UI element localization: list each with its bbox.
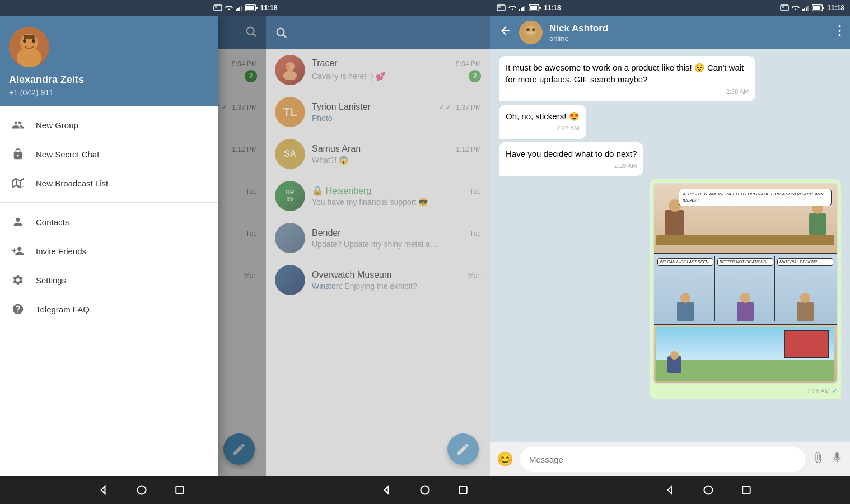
svg-point-24 xyxy=(32,39,35,43)
svg-rect-72 xyxy=(176,486,184,494)
svg-point-37 xyxy=(529,32,533,34)
drawer-item-new-broadcast[interactable]: New Broadcast List xyxy=(0,169,218,198)
settings-icon xyxy=(11,273,25,287)
svg-point-77 xyxy=(704,486,713,494)
svg-rect-69 xyxy=(823,7,824,9)
person-add-icon xyxy=(11,244,25,258)
back-nav-button-3[interactable] xyxy=(662,482,678,498)
back-nav-button-2[interactable] xyxy=(379,482,395,498)
drawer-menu: New Group New Secret Chat xyxy=(0,106,218,476)
attach-button[interactable] xyxy=(812,451,824,467)
svg-rect-44 xyxy=(215,6,217,8)
middle-header xyxy=(266,16,490,49)
svg-point-40 xyxy=(839,25,841,27)
svg-rect-45 xyxy=(236,9,237,11)
message-3-text: Have you decided what to do next? xyxy=(506,149,637,158)
group-icon xyxy=(11,118,25,132)
chat-list-panel: Telegram xyxy=(0,16,266,476)
svg-rect-64 xyxy=(804,8,805,11)
svg-rect-55 xyxy=(521,8,522,11)
new-secret-chat-label: New Secret Chat xyxy=(36,150,99,159)
svg-point-23 xyxy=(23,39,26,43)
message-check: ✓ xyxy=(832,386,838,396)
svg-point-42 xyxy=(839,34,841,36)
drawer-item-new-group[interactable]: New Group xyxy=(0,110,218,139)
drawer-item-settings[interactable]: Settings xyxy=(0,265,218,295)
svg-point-35 xyxy=(527,29,529,31)
comic-speech-1: ALRIGHT TEAM, WE NEED TO UPGRADE OUR AND… xyxy=(679,189,832,206)
navigation-drawer: Alexandra Zeits +1 (042) 911 New Group xyxy=(0,16,218,476)
mic-button[interactable] xyxy=(831,451,843,467)
message-3-time: 2:28 AM xyxy=(614,162,637,170)
battery-icon-2 xyxy=(529,4,541,11)
message-4-time: 2:28 AM xyxy=(807,387,830,395)
image-icon-2 xyxy=(497,4,506,11)
statusbar-section-3: 11:18 xyxy=(567,0,850,16)
svg-rect-60 xyxy=(539,7,541,9)
middle-chat-list: Tracer 5:54 PM Cavalry is here! ;) 💕 2 T… xyxy=(266,49,490,476)
faq-label: Telegram FAQ xyxy=(36,305,90,314)
nav-section-3 xyxy=(567,476,850,504)
broadcast-icon xyxy=(11,176,25,190)
svg-point-41 xyxy=(839,30,841,32)
signal-icon-2 xyxy=(519,4,526,11)
drawer-item-new-secret-chat[interactable]: New Secret Chat xyxy=(0,139,218,169)
new-group-label: New Group xyxy=(36,120,78,130)
signal-icon-3 xyxy=(802,4,809,11)
svg-point-22 xyxy=(17,48,41,67)
message-4-comic: ALRIGHT TEAM, WE NEED TO UPGRADE OUR AND… xyxy=(650,179,841,399)
emoji-button[interactable]: 😊 xyxy=(497,451,513,467)
back-button[interactable] xyxy=(499,24,512,41)
drawer-item-invite-friends[interactable]: Invite Friends xyxy=(0,236,218,265)
chat-header-info: Nick Ashford online xyxy=(549,23,832,43)
back-nav-button-1[interactable] xyxy=(96,482,111,498)
home-nav-button-1[interactable] xyxy=(134,482,150,498)
svg-rect-51 xyxy=(256,7,258,9)
drawer-divider xyxy=(0,202,218,203)
time-3: 11:18 xyxy=(827,4,844,12)
home-nav-button-3[interactable] xyxy=(700,482,716,498)
message-3: Have you decided what to do next? 2:28 A… xyxy=(499,142,643,176)
drawer-item-faq[interactable]: Telegram FAQ xyxy=(0,295,218,324)
message-1: It must be awesome to work on a product … xyxy=(499,56,755,101)
svg-rect-47 xyxy=(239,7,240,11)
chat-header-name: Nick Ashford xyxy=(549,23,832,34)
statusbar-section-1: 11:18 xyxy=(0,0,283,16)
more-options-button[interactable] xyxy=(838,25,841,40)
svg-rect-57 xyxy=(524,6,525,11)
home-nav-button-2[interactable] xyxy=(417,482,433,498)
middle-compose-button[interactable] xyxy=(447,433,479,465)
time-1: 11:18 xyxy=(260,4,278,12)
comic-speech-2b: BETTER NOTIFICATIONS! xyxy=(717,258,773,266)
recent-nav-button-3[interactable] xyxy=(739,482,754,498)
new-broadcast-label: New Broadcast List xyxy=(36,179,108,188)
comic-row-2: WE CAN HIDE LAST SEEN! BETTER NOTIFICATI… xyxy=(654,254,837,325)
image-icon-3 xyxy=(780,4,789,11)
recent-nav-button-1[interactable] xyxy=(172,482,188,498)
svg-rect-68 xyxy=(813,6,820,10)
comic-speech-2c: MATERIAL DESIGN? xyxy=(777,258,833,266)
middle-chat-heisenberg: BR35 🔒 Heisenberg Tue You have my financ… xyxy=(266,175,490,217)
svg-rect-56 xyxy=(522,7,524,11)
middle-chat-tyrion: TL Tyrion Lanister ✓✓ 1:37 PM Photo xyxy=(266,91,490,133)
svg-point-39 xyxy=(534,31,537,33)
drawer-user-name: Alexandra Zeits xyxy=(9,74,209,86)
chat-header: Nick Ashford online xyxy=(490,16,850,49)
statusbar-section-2: 11:18 xyxy=(283,0,567,16)
svg-point-38 xyxy=(525,31,528,33)
drawer-item-contacts[interactable]: Contacts xyxy=(0,207,218,236)
svg-rect-65 xyxy=(806,7,807,11)
recent-nav-button-2[interactable] xyxy=(455,482,471,498)
message-input[interactable] xyxy=(520,447,805,472)
middle-chat-tracer: Tracer 5:54 PM Cavalry is here! ;) 💕 2 xyxy=(266,49,490,91)
comic-speech-2a: WE CAN HIDE LAST SEEN! xyxy=(657,258,713,266)
lock-icon xyxy=(11,147,25,161)
battery-icon-1 xyxy=(245,4,258,11)
svg-point-30 xyxy=(285,65,289,69)
svg-rect-54 xyxy=(519,9,520,11)
settings-label: Settings xyxy=(36,276,66,285)
message-1-text: It must be awesome to work on a product … xyxy=(506,63,744,84)
image-icon-1 xyxy=(213,4,222,11)
middle-chat-bender: Bender Tue Update? Update my shiny metal… xyxy=(266,217,490,259)
svg-marker-73 xyxy=(385,486,389,493)
